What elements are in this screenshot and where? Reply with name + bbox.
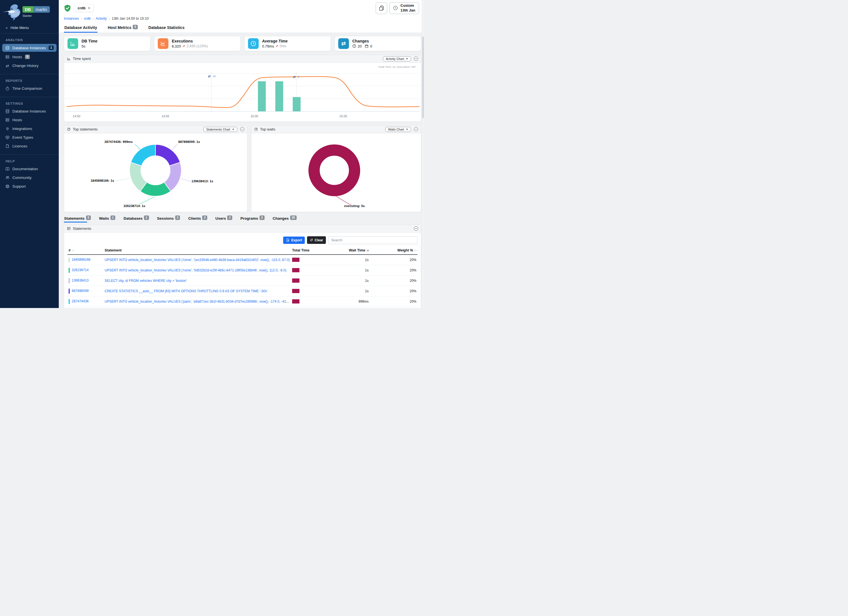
total-time-bar — [292, 268, 299, 272]
kpi-executions: Executions 6,320 ↗ 2,830 (123%) — [154, 36, 241, 51]
column-header-total-time[interactable]: Total Time — [291, 247, 319, 255]
swap-arrows-icon: ⇄ — [5, 64, 10, 68]
collapse-panel-button[interactable] — [240, 127, 244, 131]
topbar: crdb ▼ Custom13th Jan Instances › crdb ›… — [59, 0, 424, 33]
executions-bar[interactable] — [275, 81, 283, 111]
marlin-fish-icon — [2, 3, 22, 21]
collapse-panel-button[interactable] — [414, 56, 418, 61]
statement-id-link[interactable]: 887898099 — [72, 289, 89, 293]
sidebar-item-event-types[interactable]: Event Types — [2, 134, 56, 141]
sidebar-item-settings-database-instances[interactable]: Database Instances — [2, 107, 56, 115]
statement-color-chip — [68, 289, 70, 294]
sidebar: DBmarlin Starter « Hide Menu ANALYSIS Da… — [0, 0, 59, 308]
column-header-weight[interactable]: Weight %↓≡ — [370, 247, 418, 255]
sidebar-item-settings-hosts[interactable]: Hosts — [2, 116, 56, 124]
tab-statements[interactable]: Statements5 — [64, 216, 91, 223]
sidebar-item-integrations[interactable]: Integrations — [2, 125, 56, 132]
detail-tabs: Statements5 Waits1 Databases1 Sessions2 … — [64, 216, 421, 223]
table-row: 1845898166 UPSERT INTO vehicle_location_… — [67, 255, 418, 265]
change-marker-icon[interactable]: ⇄ — [293, 75, 296, 79]
tab-waits[interactable]: Waits1 — [99, 216, 116, 223]
total-time-bar — [292, 279, 299, 283]
sidebar-item-database-instances[interactable]: Database Instances 1 — [2, 44, 56, 52]
search-input[interactable] — [328, 236, 418, 244]
statement-id-link[interactable]: 326238714 — [72, 268, 89, 272]
sidebar-item-licences[interactable]: Licences — [2, 142, 56, 150]
chevron-down-icon: ▼ — [88, 7, 90, 10]
tab-changes[interactable]: Changes20 — [273, 216, 297, 223]
tab-database-statistics[interactable]: Database Statistics — [148, 23, 185, 33]
statement-link[interactable]: UPSERT INTO vehicle_location_histories V… — [105, 268, 286, 272]
statement-link[interactable]: SELECT city, id FROM vehicles WHERE city… — [105, 279, 187, 283]
column-header-wait-time[interactable]: Wait Time↑≡ — [319, 247, 370, 255]
export-button[interactable]: Export — [283, 236, 305, 244]
table-row: 326238714 UPSERT INTO vehicle_location_h… — [67, 265, 418, 275]
server-icon — [5, 55, 10, 59]
bar-chart-icon — [67, 57, 71, 61]
breadcrumb-crdb[interactable]: crdb — [84, 16, 90, 21]
licence-document-icon — [5, 144, 10, 148]
donut-label: 139638413: 1s — [191, 180, 213, 183]
statement-link[interactable]: UPSERT INTO vehicle_location_histories V… — [105, 300, 290, 303]
pie-chart-icon — [67, 128, 71, 131]
export-icon — [286, 238, 290, 242]
sidebar-item-documentation[interactable]: Documentation — [2, 165, 56, 173]
x-tick: 15:00 — [251, 114, 258, 118]
sidebar-item-community[interactable]: Community — [2, 174, 56, 181]
copy-link-button[interactable] — [376, 2, 387, 14]
statement-color-chip — [68, 299, 70, 304]
total-time-bar — [292, 258, 299, 262]
donut-slice-executing[interactable] — [314, 150, 354, 190]
statements-chart-selector[interactable]: Statements Chart ▼ — [203, 127, 237, 132]
time-range-button[interactable]: Custom13th Jan — [390, 2, 419, 14]
time-spent-chart-svg[interactable]: ⇄ 18 ⇄ 2 14:50 14:55 15:00 15:05 — [65, 64, 420, 122]
donut-slice-287474436[interactable] — [131, 144, 156, 166]
donut-label: 1845898166: 1s — [73, 179, 114, 182]
sidebar-item-support[interactable]: Support — [2, 183, 56, 190]
panel-title: Statements — [73, 226, 91, 231]
clear-button[interactable]: ↺ Clear — [307, 236, 326, 244]
tab-programs[interactable]: Programs2 — [240, 216, 265, 223]
breadcrumb-instances[interactable]: Instances — [64, 16, 79, 21]
sidebar-item-hosts[interactable]: Hosts 0 — [2, 53, 56, 61]
tab-clients[interactable]: Clients2 — [188, 216, 208, 223]
donut-slice-887898099[interactable] — [156, 144, 180, 166]
db-time-line[interactable] — [67, 77, 419, 107]
statement-id-link[interactable]: 287474436 — [72, 299, 89, 303]
instance-selector[interactable]: crdb ▼ — [74, 4, 94, 12]
content: DB Time 5s Executions 6,320 ↗ 2,830 (123… — [59, 33, 424, 308]
column-header-statement[interactable]: Statement — [104, 247, 291, 255]
sidebar-item-time-comparison[interactable]: Time Comparison — [2, 85, 56, 92]
donut-label: 287474436: 999ms — [89, 140, 133, 144]
tab-users[interactable]: Users2 — [215, 216, 233, 223]
tab-host-metrics[interactable]: Host Metrics0 — [107, 23, 138, 33]
activity-chart-selector[interactable]: Activity Chart ▼ — [383, 56, 411, 61]
waits-chart-selector[interactable]: Waits Chart ▼ — [385, 127, 411, 132]
scrollbar-track — [422, 0, 424, 308]
collapse-panel-button[interactable] — [414, 127, 418, 131]
executions-bar[interactable] — [293, 97, 301, 111]
breadcrumb-activity[interactable]: Activity — [96, 16, 107, 21]
statement-id-link[interactable]: 139638413 — [72, 279, 89, 282]
scrollbar-thumb[interactable] — [422, 37, 424, 118]
table-toolbar: Export ↺ Clear — [64, 233, 421, 247]
life-ring-icon — [5, 184, 10, 189]
change-marker-icon[interactable]: ⇄ — [208, 74, 211, 78]
sidebar-item-change-history[interactable]: ⇄ Change History — [2, 62, 56, 70]
change-marker-count: 2 — [298, 76, 299, 78]
collapse-panel-button[interactable] — [414, 226, 418, 231]
statement-link[interactable]: UPSERT INTO vehicle_location_histories V… — [105, 258, 290, 262]
kpi-changes: ⇄ Changes 20 0 — [335, 36, 421, 51]
x-tick: 14:55 — [162, 114, 169, 118]
statement-link[interactable]: CREATE STATISTICS __auto__ FROM [63] WIT… — [105, 289, 268, 293]
statement-id-link[interactable]: 1845898166 — [72, 258, 90, 261]
change-marker-count: 18 — [213, 75, 216, 78]
tab-sessions[interactable]: Sessions2 — [157, 216, 181, 223]
executions-bar[interactable] — [258, 81, 266, 111]
tab-database-activity[interactable]: Database Activity — [64, 23, 98, 33]
hide-menu-button[interactable]: « Hide Menu — [0, 22, 59, 33]
panel-title: Top waits — [260, 127, 275, 131]
tab-databases[interactable]: Databases1 — [123, 216, 149, 223]
donut-label: executing: 5s — [344, 204, 365, 208]
column-header-id[interactable]: #↓≡ — [67, 247, 104, 255]
